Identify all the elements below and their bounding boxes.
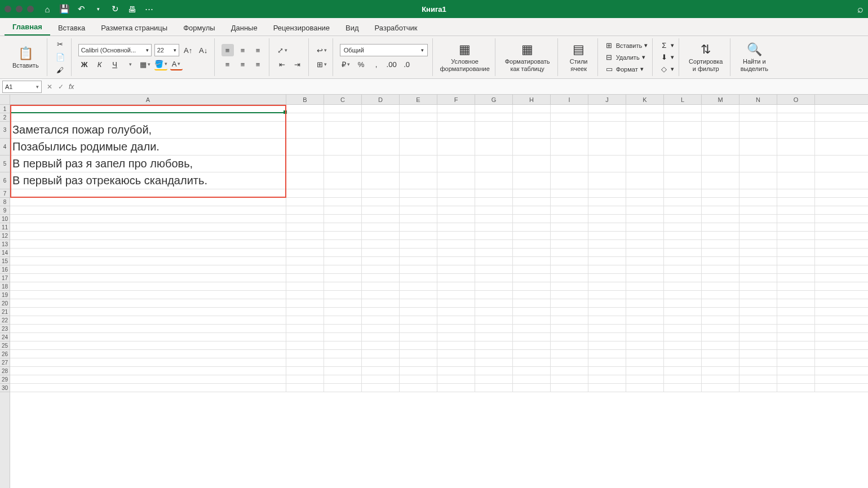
cell[interactable] <box>739 333 777 341</box>
font-size-select[interactable]: 22▾ <box>154 44 179 56</box>
cell[interactable] <box>10 232 286 239</box>
window-controls[interactable] <box>5 6 34 12</box>
cell[interactable] <box>551 232 588 239</box>
cell[interactable] <box>777 265 815 273</box>
cell[interactable] <box>777 206 815 214</box>
cell[interactable] <box>626 139 664 155</box>
cell[interactable] <box>588 350 626 358</box>
cell[interactable] <box>588 375 626 383</box>
cell[interactable] <box>626 265 664 273</box>
cell[interactable] <box>286 156 324 172</box>
cell[interactable] <box>475 325 513 332</box>
column-header[interactable]: E <box>400 95 437 104</box>
cell[interactable] <box>400 333 437 341</box>
cell[interactable] <box>588 198 626 206</box>
cell[interactable] <box>664 291 702 299</box>
cell[interactable] <box>626 282 664 290</box>
cell[interactable] <box>362 240 400 248</box>
increase-decimal-icon[interactable]: .00 <box>386 58 398 70</box>
cell[interactable] <box>513 206 551 214</box>
cell[interactable] <box>362 215 400 223</box>
cell[interactable] <box>400 274 437 282</box>
cell[interactable] <box>513 232 551 239</box>
cell[interactable]: В первый раз я запел про любовь, <box>10 156 286 172</box>
cell[interactable] <box>702 274 739 282</box>
comma-button[interactable]: , <box>370 58 383 70</box>
cell[interactable] <box>475 308 513 316</box>
cell[interactable] <box>513 139 551 155</box>
border-button[interactable]: ▦ <box>139 58 152 70</box>
cell[interactable] <box>10 240 286 248</box>
sort-filter-button[interactable]: ⇅ Сортировка и фильтр <box>686 40 725 74</box>
row-header[interactable]: 30 <box>0 384 10 392</box>
cell[interactable] <box>513 375 551 383</box>
cell[interactable] <box>324 232 362 239</box>
cell[interactable] <box>437 223 475 231</box>
cell[interactable] <box>362 232 400 239</box>
cell[interactable] <box>664 105 702 113</box>
cell[interactable] <box>739 291 777 299</box>
tab-вид[interactable]: Вид <box>338 20 367 36</box>
cell[interactable] <box>286 215 324 223</box>
cell[interactable] <box>10 113 286 121</box>
cell[interactable] <box>626 308 664 316</box>
cell[interactable] <box>588 122 626 138</box>
cell[interactable] <box>437 282 475 290</box>
redo-icon[interactable]: ↻ <box>110 5 119 14</box>
cell[interactable] <box>286 299 324 307</box>
cell[interactable] <box>664 215 702 223</box>
cell[interactable] <box>513 325 551 332</box>
cell[interactable] <box>400 299 437 307</box>
cell[interactable] <box>664 257 702 265</box>
cell[interactable] <box>513 122 551 138</box>
cell[interactable] <box>626 291 664 299</box>
cell[interactable] <box>664 240 702 248</box>
row-header[interactable]: 18 <box>0 282 10 291</box>
cell[interactable] <box>702 265 739 273</box>
cell[interactable] <box>324 358 362 366</box>
cell[interactable] <box>626 215 664 223</box>
cell[interactable] <box>739 113 777 121</box>
column-header[interactable]: K <box>626 95 664 104</box>
cell[interactable] <box>437 333 475 341</box>
cell[interactable] <box>702 105 739 113</box>
cell[interactable] <box>513 333 551 341</box>
cell[interactable] <box>400 105 437 113</box>
save-icon[interactable]: 💾 <box>60 5 69 14</box>
cell[interactable] <box>513 189 551 197</box>
cell[interactable] <box>626 223 664 231</box>
decrease-indent-icon[interactable]: ⇤ <box>276 58 289 70</box>
cell[interactable] <box>513 198 551 206</box>
cell[interactable] <box>551 291 588 299</box>
tab-разметка страницы[interactable]: Разметка страницы <box>93 20 175 36</box>
row-header[interactable]: 12 <box>0 232 10 240</box>
cell[interactable] <box>664 113 702 121</box>
cell[interactable] <box>475 189 513 197</box>
cell[interactable] <box>626 333 664 341</box>
cell[interactable] <box>739 249 777 256</box>
cell[interactable] <box>286 274 324 282</box>
cell[interactable] <box>739 316 777 324</box>
cell[interactable] <box>400 291 437 299</box>
cell[interactable] <box>10 265 286 273</box>
cell[interactable] <box>10 299 286 307</box>
cell[interactable] <box>286 341 324 349</box>
cell[interactable] <box>702 384 739 392</box>
cell[interactable] <box>702 113 739 121</box>
column-header[interactable]: N <box>739 95 777 104</box>
row-header[interactable]: 26 <box>0 350 10 358</box>
cell[interactable] <box>664 172 702 189</box>
align-right-icon[interactable]: ≡ <box>252 58 264 70</box>
cell[interactable] <box>475 375 513 383</box>
more-icon[interactable]: ⋯ <box>144 5 153 14</box>
row-header[interactable]: 5 <box>0 156 10 172</box>
row-header[interactable]: 9 <box>0 206 10 215</box>
cell[interactable] <box>551 350 588 358</box>
cell[interactable] <box>475 249 513 256</box>
autosum-button[interactable]: Σ▾ <box>659 41 674 50</box>
cell[interactable] <box>286 350 324 358</box>
column-header[interactable]: D <box>362 95 400 104</box>
row-header[interactable]: 1 <box>0 105 10 113</box>
cell[interactable] <box>626 341 664 349</box>
cell[interactable] <box>400 198 437 206</box>
